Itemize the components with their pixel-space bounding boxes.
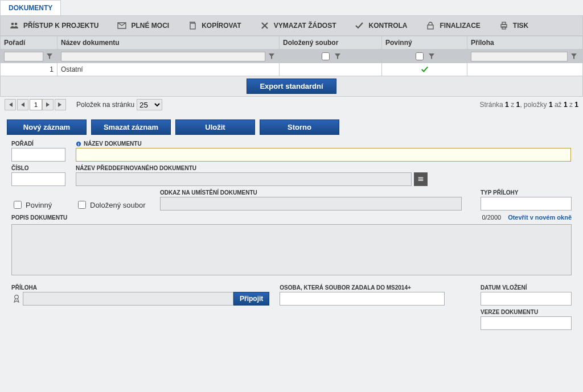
funnel-icon[interactable]	[46, 52, 54, 60]
filter-povinny-check[interactable]	[416, 52, 424, 60]
svg-rect-11	[418, 180, 424, 181]
document-form: POŘADÍ i NÁZEV DOKUMENTU ČÍSLO NÁZEV PŘE…	[0, 138, 583, 335]
toolbar-tisk[interactable]: TISK	[490, 16, 538, 35]
grid-filter	[0, 49, 583, 63]
svg-rect-3	[428, 25, 433, 29]
osoba-input[interactable]	[280, 292, 445, 306]
filter-nazev[interactable]	[61, 52, 265, 61]
svg-text:i: i	[78, 142, 79, 146]
svg-rect-5	[502, 22, 506, 24]
popis-counter: 0/2000	[482, 214, 501, 221]
export-standardni-button[interactable]: Export standardní	[247, 79, 336, 94]
col-priloha[interactable]: Příloha	[467, 36, 581, 49]
funnel-icon[interactable]	[570, 52, 578, 60]
toolbar-pristup[interactable]: PŘÍSTUP K PROJEKTU	[1, 16, 108, 35]
svg-point-1	[15, 23, 18, 26]
pager-next-button[interactable]	[42, 99, 54, 110]
svg-point-0	[11, 23, 14, 26]
toolbar-vymazat[interactable]: VYMAZAT ŽÁDOST	[251, 16, 346, 35]
lbl-datum: DATUM VLOŽENÍ	[481, 284, 572, 291]
smazat-zaznam-button[interactable]: Smazat záznam	[91, 119, 171, 135]
toolbar-plnemoci[interactable]: PLNÉ MOCI	[108, 16, 179, 35]
funnel-icon[interactable]	[268, 52, 276, 60]
lbl-popis: POPIS DOKUMENTU	[11, 214, 67, 221]
svg-rect-6	[502, 27, 506, 29]
copy-icon	[188, 21, 197, 30]
col-poradi[interactable]: Pořadí	[1, 36, 58, 49]
verze-dokumentu-input[interactable]	[481, 316, 572, 330]
filter-priloha[interactable]	[471, 52, 568, 61]
toolbar-kopirovat-label: KOPÍROVAT	[202, 22, 241, 30]
popis-dokumentu-textarea[interactable]	[11, 224, 572, 275]
toolbar-finalizace[interactable]: FINALIZACE	[417, 16, 490, 35]
pager-page-size-select[interactable]: 25	[137, 99, 162, 110]
pager-last-button[interactable]	[55, 99, 66, 110]
print-icon	[499, 21, 508, 30]
lbl-typ: TYP PŘÍLOHY	[481, 189, 572, 196]
cell-poradi: 1	[1, 63, 58, 76]
lock-icon	[426, 21, 435, 30]
filter-poradi[interactable]	[4, 52, 43, 61]
pripojit-button[interactable]: Připojit	[233, 292, 269, 306]
funnel-icon[interactable]	[428, 52, 436, 60]
people-icon	[10, 21, 19, 30]
col-dolozeny[interactable]: Doložený soubor	[280, 36, 382, 49]
cross-icon	[260, 21, 269, 30]
ulozit-button[interactable]: Uložit	[175, 119, 255, 135]
pager: Položek na stránku 25 Stránka 1 z 1, pol…	[0, 97, 583, 113]
cell-priloha	[467, 63, 581, 76]
nazev-dokumentu-input[interactable]	[76, 148, 571, 162]
filter-dolozeny-check[interactable]	[322, 52, 330, 60]
col-povinny[interactable]: Povinný	[382, 36, 467, 49]
toolbar-kontrola[interactable]: KONTROLA	[346, 16, 417, 35]
toolbar-vymazat-label: VYMAZAT ŽÁDOST	[274, 22, 336, 30]
table-row[interactable]: 1 Ostatní	[0, 63, 583, 76]
export-bar: Export standardní	[0, 76, 583, 97]
col-nazev[interactable]: Název dokumentu	[58, 36, 280, 49]
required-icon: i	[76, 141, 81, 147]
main-toolbar: PŘÍSTUP K PROJEKTU PLNÉ MOCI KOPÍROVAT V…	[0, 15, 583, 36]
lbl-odkaz: ODKAZ NA UMÍSTĚNÍ DOKUMENTU	[160, 189, 462, 196]
pager-prev-button[interactable]	[17, 99, 28, 110]
svg-rect-9	[418, 178, 424, 178]
open-new-window-link[interactable]: Otevřít v novém okně	[508, 214, 572, 221]
check-icon	[355, 21, 364, 30]
povinny-checkbox[interactable]	[14, 201, 22, 209]
svg-rect-10	[418, 179, 424, 179]
storno-button[interactable]: Storno	[260, 119, 339, 135]
svg-point-12	[15, 295, 19, 299]
lbl-povinny-check: Povinný	[26, 201, 52, 209]
typ-prilohy-input[interactable]	[481, 197, 572, 211]
datum-vlozeni-input[interactable]	[481, 292, 572, 306]
toolbar-kopirovat[interactable]: KOPÍROVAT	[179, 16, 251, 35]
svg-rect-2	[190, 23, 195, 29]
tab-dokumenty[interactable]: DOKUMENTY	[0, 0, 61, 15]
priloha-input[interactable]	[23, 292, 233, 306]
dolozeny-checkbox[interactable]	[78, 201, 86, 209]
lbl-poradi: POŘADÍ	[11, 141, 65, 147]
predef-picker-button[interactable]	[414, 172, 428, 186]
toolbar-finalizace-label: FINALIZACE	[440, 22, 480, 30]
cell-nazev: Ostatní	[58, 63, 280, 76]
predef-dokument-input[interactable]	[76, 172, 412, 186]
lbl-dolozeny-check: Doložený soubor	[90, 201, 146, 209]
cislo-input[interactable]	[11, 172, 65, 186]
lbl-osoba: OSOBA, KTERÁ SOUBOR ZADALA DO MS2014+	[280, 284, 445, 291]
pager-info: Stránka 1 z 1, položky 1 až 1 z 1	[479, 101, 578, 109]
odkaz-input[interactable]	[160, 197, 462, 211]
lbl-cislo: ČÍSLO	[11, 165, 65, 171]
pager-first-button[interactable]	[5, 99, 16, 110]
certificate-icon	[11, 292, 22, 306]
lbl-verze: VERZE DOKUMENTU	[481, 309, 572, 315]
lbl-priloha: PŘÍLOHA	[11, 284, 269, 291]
cell-povinny	[382, 63, 467, 76]
toolbar-plnemoci-label: PLNÉ MOCI	[131, 22, 169, 30]
pager-page-input[interactable]	[30, 99, 42, 110]
pager-items-label: Položek na stránku	[76, 101, 134, 109]
lbl-nazev: i NÁZEV DOKUMENTU	[76, 141, 572, 147]
novy-zaznam-button[interactable]: Nový záznam	[7, 119, 87, 135]
funnel-icon[interactable]	[334, 52, 342, 60]
toolbar-pristup-label: PŘÍSTUP K PROJEKTU	[23, 22, 98, 30]
envelope-icon	[117, 21, 126, 30]
poradi-input[interactable]	[11, 148, 65, 162]
